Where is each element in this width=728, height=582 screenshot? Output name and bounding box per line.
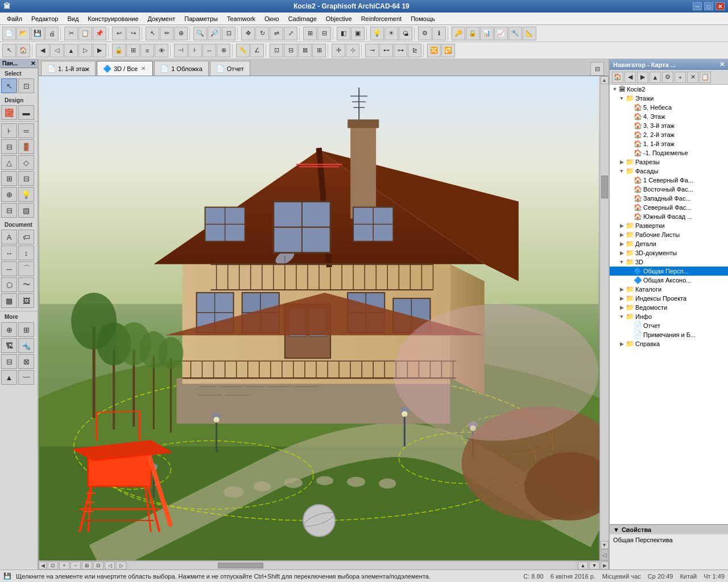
- tb2-cursor[interactable]: ↖: [2, 44, 16, 57]
- viewport-3d[interactable]: [39, 76, 599, 560]
- tree-floors[interactable]: ▼ 📁 Этажи: [610, 94, 728, 103]
- tree-root[interactable]: ▼ 🏛 Косів2: [610, 85, 728, 94]
- tree-floor-5[interactable]: 🏠 5. Небеса: [610, 103, 728, 112]
- tree-perspective[interactable]: 🔷 Общая Персп...: [610, 267, 728, 276]
- tool-dim2[interactable]: ↕: [18, 246, 34, 260]
- menu-construct[interactable]: Конструирование: [83, 14, 143, 23]
- tree-schedules[interactable]: ▶ 📁 Ведомости: [610, 303, 728, 312]
- menu-window[interactable]: Окно: [260, 14, 284, 23]
- tree-facades[interactable]: ▼ 📁 Фасады: [610, 167, 728, 176]
- tb2-align2[interactable]: ⊦: [188, 44, 202, 57]
- tree-3d[interactable]: ▼ 📁 3D: [610, 257, 728, 267]
- scroll-down-button[interactable]: ▼: [601, 541, 609, 549]
- tree-unfolded[interactable]: ▶ 📁 Развертки: [610, 221, 728, 230]
- tool-zone[interactable]: ⊟: [1, 203, 17, 218]
- tb2-back[interactable]: ◀: [36, 44, 49, 57]
- tb-print[interactable]: 🖨: [45, 27, 59, 40]
- tool-door[interactable]: 🚪: [18, 139, 34, 154]
- tb-extra5[interactable]: 🔧: [508, 27, 522, 40]
- tb-render[interactable]: 💡: [370, 27, 384, 40]
- menu-objective[interactable]: Objective: [321, 14, 357, 23]
- menu-params[interactable]: Параметры: [180, 14, 222, 23]
- tab-3d[interactable]: 🔷 3D / Все ✕: [97, 61, 153, 76]
- tool-more3[interactable]: 🏗: [1, 338, 17, 353]
- tb-settings[interactable]: ⚙: [418, 27, 432, 40]
- tree-catalogs[interactable]: ▶ 📁 Каталоги: [610, 285, 728, 294]
- tb-extra2[interactable]: 🔒: [466, 27, 479, 40]
- tree-cuts[interactable]: ▶ 📁 Разрезы: [610, 157, 728, 167]
- tb-extra6[interactable]: 📐: [523, 27, 536, 40]
- tb-copy[interactable]: 📋: [78, 27, 92, 40]
- tb2-snap1[interactable]: ⊡: [270, 44, 283, 57]
- view-btn6[interactable]: ◁: [105, 562, 115, 569]
- tb2-guide2[interactable]: ⊷: [379, 44, 393, 57]
- view-btn3[interactable]: −: [71, 562, 81, 569]
- tb2-guide3[interactable]: ⊶: [394, 44, 407, 57]
- tool-label[interactable]: 🏷: [18, 230, 34, 244]
- tree-worksheets[interactable]: ▶ 📁 Рабочие Листы: [610, 230, 728, 239]
- tool-poly[interactable]: ⬡: [1, 277, 17, 292]
- scroll-thumb[interactable]: [601, 176, 608, 198]
- view-btn9[interactable]: ▼: [589, 562, 599, 569]
- nav-tb-delete[interactable]: ✕: [687, 72, 698, 83]
- menu-document[interactable]: Документ: [143, 14, 180, 23]
- tree-facade-west[interactable]: 🏠 Западный Фас...: [610, 194, 728, 203]
- tb-scale[interactable]: ⤢: [284, 27, 297, 40]
- tool-line[interactable]: ─: [1, 261, 17, 276]
- tb-extra3[interactable]: 📊: [480, 27, 494, 40]
- tb2-fwd[interactable]: ▶: [93, 44, 106, 57]
- menu-cadimage[interactable]: Cadimage: [284, 14, 321, 23]
- hscroll-thumb[interactable]: [218, 563, 263, 568]
- tab-nav-icon[interactable]: ⊟: [590, 62, 604, 76]
- tb-pen[interactable]: ✏: [160, 27, 173, 40]
- view-btn4[interactable]: ⊞: [82, 562, 92, 569]
- tb-zoom-in[interactable]: 🔍: [193, 27, 207, 40]
- tool-pic[interactable]: 🖼: [18, 293, 34, 308]
- nav-tb-home[interactable]: 🏠: [612, 72, 623, 83]
- tb2-layers[interactable]: ≡: [140, 44, 154, 57]
- tree-floor-4[interactable]: 🏠 4. Этаж: [610, 112, 728, 121]
- tb-new[interactable]: 📄: [2, 27, 16, 40]
- tool-spline[interactable]: 〜: [18, 277, 34, 292]
- tool-beam[interactable]: ═: [18, 123, 34, 138]
- tree-info[interactable]: ▼ 📁 Инфо: [610, 312, 728, 321]
- tree-3ddocs[interactable]: ▶ 📁 3D-документы: [610, 248, 728, 257]
- tb-info[interactable]: ℹ: [432, 27, 446, 40]
- close-button[interactable]: ✕: [715, 2, 725, 10]
- tool-column[interactable]: ⊦: [1, 123, 17, 138]
- minimize-button[interactable]: ─: [693, 2, 702, 10]
- tb-redo[interactable]: ↪: [126, 27, 140, 40]
- tool-arrow[interactable]: ↖: [1, 78, 17, 93]
- tree-indexes[interactable]: ▶ 📁 Индексы Проекта: [610, 294, 728, 303]
- tool-more2[interactable]: ⊞: [18, 322, 34, 337]
- scroll-up-button[interactable]: ▲: [601, 76, 609, 84]
- tree-facade-north1[interactable]: 🏠 1 Северный Фа...: [610, 176, 728, 185]
- tree-floor-1[interactable]: 🏠 1. 1-й этаж: [610, 139, 728, 148]
- view-btn2[interactable]: +: [59, 562, 69, 569]
- hscroll-right-button[interactable]: ▶: [601, 562, 609, 569]
- tb2-up[interactable]: ▲: [64, 44, 78, 57]
- view-btn1[interactable]: ⊡: [48, 562, 58, 569]
- tree-facade-north2[interactable]: 🏠 Северный Фас...: [610, 203, 728, 212]
- nav-tb-props[interactable]: 📋: [700, 72, 711, 83]
- tb-magic[interactable]: ⊕: [174, 27, 188, 40]
- tb-sun2[interactable]: 🌤: [399, 27, 412, 40]
- tree-floor-2[interactable]: 🏠 2. 2-й этаж: [610, 130, 728, 139]
- tb-rotate[interactable]: ↻: [255, 27, 269, 40]
- tb2-measure[interactable]: 📏: [236, 44, 250, 57]
- tb2-show[interactable]: 👁: [155, 44, 168, 57]
- tool-ramp[interactable]: ⊟: [18, 171, 34, 186]
- tool-text[interactable]: A: [1, 230, 17, 244]
- tool-select-box[interactable]: ⊡: [18, 78, 34, 93]
- tb-select[interactable]: ↖: [146, 27, 159, 40]
- tb-fit[interactable]: ⊡: [222, 27, 235, 40]
- tool-more5[interactable]: ⊟: [1, 354, 17, 369]
- tb-zoom-out[interactable]: 🔎: [208, 27, 221, 40]
- tb-extra1[interactable]: 🔑: [452, 27, 465, 40]
- tb-extra4[interactable]: 📈: [494, 27, 508, 40]
- tb-save[interactable]: 💾: [31, 27, 44, 40]
- menu-teamwork[interactable]: Teamwork: [222, 14, 260, 23]
- tool-window[interactable]: ⊟: [1, 139, 17, 154]
- tb2-prev[interactable]: ◁: [50, 44, 64, 57]
- view-btn8[interactable]: ▲: [578, 562, 588, 569]
